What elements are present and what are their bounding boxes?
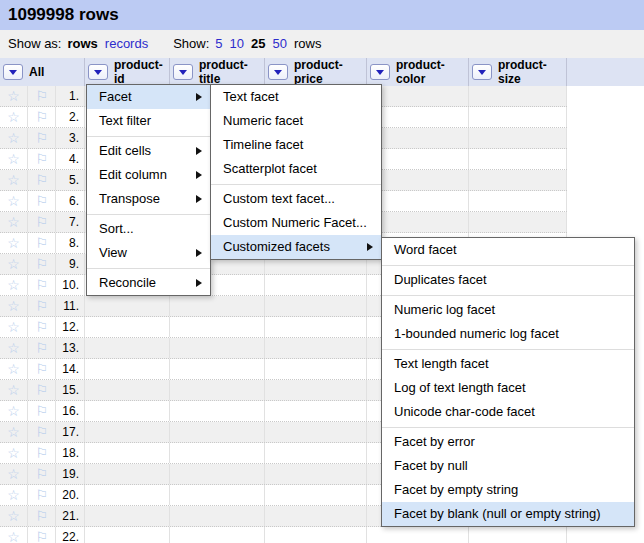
page-size-option-50[interactable]: 50 [273, 36, 287, 51]
flag-icon[interactable]: ⚐ [28, 212, 55, 232]
flag-icon[interactable]: ⚐ [28, 401, 55, 421]
flag-icon[interactable]: ⚐ [28, 233, 55, 253]
column-header-label: product-price [294, 58, 366, 86]
column-menu-button-product-color[interactable] [370, 64, 390, 80]
menu-item-text-length-facet[interactable]: Text length facet [382, 352, 634, 376]
menu-item-numeric-log-facet[interactable]: Numeric log facet [382, 298, 634, 322]
menu-item-sort[interactable]: Sort... [87, 217, 210, 241]
data-cell [265, 296, 367, 316]
show-as-option-records[interactable]: records [105, 36, 148, 51]
flag-icon[interactable]: ⚐ [28, 149, 55, 169]
flag-icon[interactable]: ⚐ [28, 443, 55, 463]
flag-icon[interactable]: ⚐ [28, 338, 55, 358]
flag-icon[interactable]: ⚐ [28, 107, 55, 127]
flag-icon[interactable]: ⚐ [28, 128, 55, 148]
menu-item-customized-facets[interactable]: Customized facets [211, 235, 381, 259]
data-cell [85, 506, 170, 526]
row-number: 6. [56, 191, 85, 211]
flag-icon[interactable]: ⚐ [28, 275, 55, 295]
star-icon[interactable]: ☆ [0, 317, 27, 337]
menu-item-edit-column[interactable]: Edit column [87, 163, 210, 187]
flag-icon[interactable]: ⚐ [28, 317, 55, 337]
menu-item-facet[interactable]: Facet [87, 85, 210, 109]
menu-item-custom-text-facet[interactable]: Custom text facet... [211, 187, 381, 211]
flag-icon[interactable]: ⚐ [28, 464, 55, 484]
menu-item-text-facet[interactable]: Text facet [211, 85, 381, 109]
star-icon[interactable]: ☆ [0, 254, 27, 274]
show-as-option-rows[interactable]: rows [67, 36, 97, 51]
star-icon[interactable]: ☆ [0, 149, 27, 169]
flag-icon[interactable]: ⚐ [28, 485, 55, 505]
star-cell: ☆ [0, 170, 28, 190]
menu-item-unicode-char-code-facet[interactable]: Unicode char-code facet [382, 400, 634, 424]
flag-icon[interactable]: ⚐ [28, 527, 55, 543]
flag-cell: ⚐ [28, 338, 56, 358]
star-icon[interactable]: ☆ [0, 296, 27, 316]
star-icon[interactable]: ☆ [0, 191, 27, 211]
menu-item-view[interactable]: View [87, 241, 210, 265]
star-icon[interactable]: ☆ [0, 506, 27, 526]
menu-item-facet-by-empty-string[interactable]: Facet by empty string [382, 478, 634, 502]
star-icon[interactable]: ☆ [0, 464, 27, 484]
star-icon[interactable]: ☆ [0, 485, 27, 505]
column-menu-button-all[interactable] [3, 64, 23, 80]
flag-icon[interactable]: ⚐ [28, 86, 55, 106]
menu-item-reconcile[interactable]: Reconcile [87, 271, 210, 295]
menu-item-edit-cells[interactable]: Edit cells [87, 139, 210, 163]
data-cell [170, 422, 265, 442]
star-icon[interactable]: ☆ [0, 275, 27, 295]
star-icon[interactable]: ☆ [0, 359, 27, 379]
flag-icon[interactable]: ⚐ [28, 191, 55, 211]
menu-item-text-filter[interactable]: Text filter [87, 109, 210, 133]
data-cell [265, 401, 367, 421]
menu-item-custom-numeric-facet[interactable]: Custom Numeric Facet... [211, 211, 381, 235]
star-icon[interactable]: ☆ [0, 128, 27, 148]
menu-item-duplicates-facet[interactable]: Duplicates facet [382, 268, 634, 292]
star-icon[interactable]: ☆ [0, 107, 27, 127]
menu-item-facet-by-blank-null-or-empty-string[interactable]: Facet by blank (null or empty string) [382, 502, 634, 526]
menu-item-1-bounded-numeric-log-facet[interactable]: 1-bounded numeric log facet [382, 322, 634, 346]
column-header-product-color: product-color [367, 58, 469, 86]
flag-icon[interactable]: ⚐ [28, 296, 55, 316]
star-icon[interactable]: ☆ [0, 422, 27, 442]
dropdown-arrow-icon [274, 70, 282, 75]
column-menu-button-product-id[interactable] [88, 64, 108, 80]
star-icon[interactable]: ☆ [0, 443, 27, 463]
flag-icon[interactable]: ⚐ [28, 380, 55, 400]
flag-icon[interactable]: ⚐ [28, 359, 55, 379]
star-icon[interactable]: ☆ [0, 233, 27, 253]
data-cell [469, 128, 567, 148]
row-number: 3. [56, 128, 85, 148]
menu-item-scatterplot-facet[interactable]: Scatterplot facet [211, 157, 381, 181]
menu-item-word-facet[interactable]: Word facet [382, 238, 634, 262]
star-icon[interactable]: ☆ [0, 86, 27, 106]
star-cell: ☆ [0, 191, 28, 211]
menu-item-transpose[interactable]: Transpose [87, 187, 210, 211]
data-cell [367, 527, 469, 543]
star-icon[interactable]: ☆ [0, 401, 27, 421]
column-menu-button-product-price[interactable] [268, 64, 288, 80]
page-size-option-25[interactable]: 25 [251, 36, 265, 51]
menu-separator [87, 214, 210, 215]
flag-icon[interactable]: ⚐ [28, 422, 55, 442]
rows-suffix-label: rows [294, 36, 321, 51]
menu-item-facet-by-error[interactable]: Facet by error [382, 430, 634, 454]
page-size-option-5[interactable]: 5 [215, 36, 222, 51]
menu-item-facet-by-null[interactable]: Facet by null [382, 454, 634, 478]
flag-cell: ⚐ [28, 443, 56, 463]
menu-item-timeline-facet[interactable]: Timeline facet [211, 133, 381, 157]
dropdown-arrow-icon [478, 70, 486, 75]
menu-item-numeric-facet[interactable]: Numeric facet [211, 109, 381, 133]
flag-icon[interactable]: ⚐ [28, 254, 55, 274]
menu-item-log-of-text-length-facet[interactable]: Log of text length facet [382, 376, 634, 400]
star-icon[interactable]: ☆ [0, 380, 27, 400]
star-icon[interactable]: ☆ [0, 170, 27, 190]
flag-icon[interactable]: ⚐ [28, 170, 55, 190]
star-icon[interactable]: ☆ [0, 212, 27, 232]
page-size-option-10[interactable]: 10 [230, 36, 244, 51]
star-icon[interactable]: ☆ [0, 527, 27, 543]
flag-icon[interactable]: ⚐ [28, 506, 55, 526]
star-icon[interactable]: ☆ [0, 338, 27, 358]
column-menu-button-product-size[interactable] [472, 64, 492, 80]
column-menu-button-product-title[interactable] [173, 64, 193, 80]
